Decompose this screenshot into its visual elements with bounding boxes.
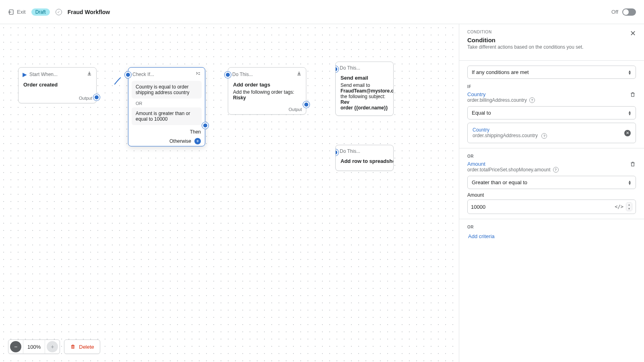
zoom-out-button[interactable]: − [10,341,21,352]
help-icon[interactable]: ? [553,167,559,173]
node-head-left: ▶ Start When... [23,71,58,78]
port-input[interactable] [225,72,231,78]
otherwise-row: Otherwise + [128,136,205,146]
node-body: Add row to spreadshe [336,157,393,171]
field-path: order.totalPriceSet.shopMoney.amount ? [467,167,559,173]
trash-icon [70,344,76,350]
delete-condition-button[interactable] [630,91,636,106]
help-icon[interactable]: ? [529,97,535,103]
port-output[interactable] [303,101,310,108]
email-line1: Send email to [341,82,370,88]
token-path-row: order.shippingAddress.country ? [473,133,547,139]
node-start[interactable]: ▶ Start When... Order created Output [18,67,97,103]
port-input[interactable] [125,72,131,78]
clear-token-button[interactable]: ✕ [624,130,631,136]
condition-1[interactable]: Country is equal to order shipping addre… [132,81,202,99]
main-area: ▶ Start When... Order created Output [0,24,644,362]
editor-header: Exit Draft ✓ Fraud Workflow Off [0,0,644,24]
or-label: OR [467,154,636,158]
workflow-canvas[interactable]: ▶ Start When... Order created Output [0,24,459,362]
panel-kicker: CONDITION [467,30,584,34]
exit-icon [8,9,14,15]
divider [459,219,644,219]
node-head-label: Do This... [340,65,360,71]
workflow-title: Fraud Workflow [68,9,110,15]
delete-button[interactable]: Delete [64,339,100,354]
select-caret-icon: ▲▼ [628,70,632,75]
divider [459,60,644,61]
tags-tag: Risky [233,95,246,101]
condition-2[interactable]: Amount is greater than or equal to 10000 [132,107,202,125]
operator-select[interactable]: Equal to ▲▼ [467,106,636,119]
number-stepper[interactable]: ▲ ▼ [626,202,632,211]
panel-subtitle: Take different actions based on the cond… [467,44,584,50]
email-subject: Rev [341,99,349,105]
step-up-button[interactable]: ▲ [626,203,632,207]
delete-label: Delete [79,344,94,350]
node-head: Do This... [336,62,393,74]
exit-button[interactable]: Exit [8,9,26,15]
zoom-in-button[interactable]: + [47,341,58,352]
select-caret-icon: ▲▼ [628,180,632,185]
select-value: If any conditions are met [472,69,529,75]
node-output-row: Output [228,105,306,114]
node-condition[interactable]: Check If... Country is equal to order sh… [128,67,205,146]
step-down-button[interactable]: ▼ [626,207,632,211]
amount-input[interactable] [471,204,612,210]
otherwise-label: Otherwise [169,138,191,144]
node-sub: Add the following order tags: Risky [233,89,301,101]
node-add-tags[interactable]: Do This... Add order tags Add the follow… [228,67,306,115]
node-head: ▶ Start When... [19,68,96,81]
download-icon[interactable] [87,71,92,78]
tags-sub-text: Add the following order tags: [233,89,294,95]
node-head-label: Start When... [29,72,58,77]
node-send-email[interactable]: Do This... Send email Send email to Frau… [335,62,394,116]
branch-icon [195,71,201,78]
operator-value: Equal to [472,110,491,116]
email-line3: order {{order.name}} [341,105,388,111]
nodes-layer: ▶ Start When... Order created Output [0,24,459,362]
port-output[interactable] [93,94,100,101]
path-text: order.totalPriceSet.shopMoney.amount [467,167,551,173]
port-then[interactable] [202,122,208,129]
email-line2: the following subject: [341,94,385,99]
node-head-label: Do This... [340,148,360,154]
output-label: Output [289,107,302,112]
node-head: Check If... [128,68,205,81]
country-condition: Country order.billingAddress.country ? E… [467,91,636,143]
play-icon: ▶ [23,71,27,78]
operator-select[interactable]: Greater than or equal to ▲▼ [467,176,636,189]
delete-condition-button[interactable] [630,161,636,176]
help-icon[interactable]: ? [541,133,547,139]
amount-input-label: Amount [467,192,636,198]
amount-condition: Amount order.totalPriceSet.shopMoney.amo… [467,161,636,214]
header-left: Exit Draft ✓ Fraud Workflow [8,8,110,16]
toggle-knob [623,9,629,15]
panel-head: CONDITION Condition Take different actio… [467,30,636,56]
field-name[interactable]: Amount [467,161,559,167]
node-title: Add order tags [233,82,301,88]
field-head: Country order.billingAddress.country ? [467,91,636,106]
field-name[interactable]: Country [467,91,535,97]
draft-badge: Draft [31,8,50,16]
node-title: Order created [23,82,91,88]
condition-mode-select[interactable]: If any conditions are met ▲▼ [467,66,636,79]
node-spreadsheet[interactable]: Do This... Add row to spreadshe [335,145,394,171]
path-text: order.billingAddress.country [467,97,527,103]
node-head: Do This... [336,145,393,157]
value-token[interactable]: Country order.shippingAddress.country ? … [467,123,636,143]
download-icon[interactable] [296,71,302,78]
code-icon[interactable]: </> [615,204,623,210]
add-otherwise-button[interactable]: + [194,138,201,144]
token-content: Country order.shippingAddress.country ? [473,127,547,139]
node-head-label: Check If... [132,72,154,77]
enable-toggle[interactable] [622,8,636,16]
exit-label: Exit [17,9,26,15]
condition-panel: CONDITION Condition Take different actio… [459,24,644,362]
then-label: Then [190,129,201,135]
node-title: Send email [341,75,388,81]
add-criteria-button[interactable]: Add criteria [467,232,636,241]
email-addr: FraudTeam@mystore.co [341,88,394,94]
close-panel-button[interactable]: ✕ [630,30,636,37]
node-head-label: Do This... [232,72,253,77]
